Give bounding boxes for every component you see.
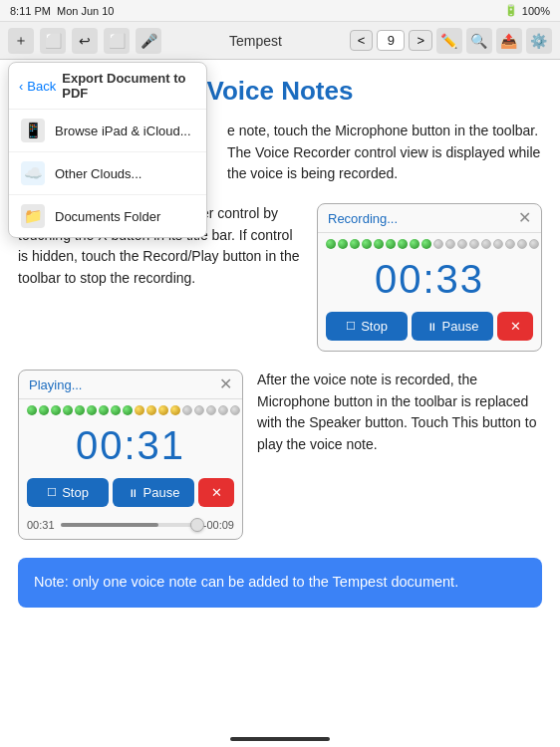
led-gray [194, 405, 204, 415]
playing-title: Playing... [29, 377, 82, 392]
dropdown-item-ipad-label: Browse iPad & iCloud... [55, 124, 191, 138]
toolbar-edit-icon[interactable]: ✏️ [436, 28, 462, 54]
led-green [350, 239, 360, 249]
led-green [398, 239, 408, 249]
playing-stop-label: Stop [62, 485, 89, 500]
playback-elapsed: 00:31 [27, 519, 55, 531]
recording-leds [318, 233, 541, 251]
playback-remaining: -00:09 [203, 519, 234, 531]
led-gray [218, 405, 228, 415]
led-yellow [170, 405, 180, 415]
led-gray [457, 239, 467, 249]
led-gray [481, 239, 491, 249]
led-gray [493, 239, 503, 249]
recording-title: Recording... [328, 211, 398, 226]
playing-stop-icon: ☐ [47, 486, 57, 499]
status-battery: 100% [522, 5, 550, 17]
recording-widget: Recording... ✕ 00:33 ☐ Stop ⏸ Pause ✕ [317, 203, 542, 352]
led-green [111, 405, 121, 415]
dropdown-header: ‹ Back Export Document to PDF [9, 63, 206, 110]
recording-timer: 00:33 [318, 251, 541, 312]
toolbar-share-icon[interactable]: ⬜ [104, 28, 130, 54]
playing-close-x-button[interactable]: ✕ [198, 478, 234, 507]
led-yellow [146, 405, 156, 415]
led-gray [505, 239, 515, 249]
playing-section: Playing... ✕ 00:31 ☐ Stop ⏸ Pause ✕ 00: [18, 370, 542, 540]
back-arrow-icon: ‹ [19, 79, 23, 94]
playing-widget: Playing... ✕ 00:31 ☐ Stop ⏸ Pause ✕ 00: [18, 370, 243, 540]
dropdown-item-folder-label: Documents Folder [55, 209, 160, 224]
led-gray [445, 239, 455, 249]
playing-timer: 00:31 [19, 417, 242, 478]
led-yellow [158, 405, 168, 415]
toolbar-undo-icon[interactable]: ↩ [72, 28, 98, 54]
toolbar-add-icon[interactable]: ＋ [8, 28, 34, 54]
recording-stop-button[interactable]: ☐ Stop [326, 312, 408, 341]
toolbar-share2-icon[interactable]: 📤 [496, 28, 522, 54]
led-green [51, 405, 61, 415]
led-gray [529, 239, 539, 249]
led-yellow [135, 405, 144, 415]
playing-pause-icon: ⏸ [128, 487, 139, 499]
dropdown-menu: ‹ Back Export Document to PDF 📱 Browse i… [8, 62, 207, 238]
toolbar-more-icon[interactable]: ⚙️ [526, 28, 552, 54]
led-green [87, 405, 97, 415]
playing-stop-button[interactable]: ☐ Stop [27, 478, 109, 507]
folder-icon: 📁 [21, 204, 45, 228]
recording-close-x-button[interactable]: ✕ [497, 312, 533, 341]
led-green [75, 405, 85, 415]
playing-leds [19, 399, 242, 417]
led-green [326, 239, 336, 249]
nav-prev-button[interactable]: < [350, 30, 374, 51]
recording-x-icon: ✕ [510, 319, 521, 334]
progress-fill [61, 523, 159, 527]
dropdown-title: Export Document to PDF [62, 71, 196, 101]
recording-controls: ☐ Stop ⏸ Pause ✕ [318, 312, 541, 351]
note-text: Note: only one voice note can be added t… [34, 574, 458, 590]
status-bar: 8:11 PM Mon Jun 10 🔋 100% [0, 0, 560, 22]
dropdown-item-cloud-label: Other Clouds... [55, 166, 141, 181]
toolbar-title: Tempest [229, 33, 282, 49]
ipad-icon: 📱 [21, 119, 45, 142]
toolbar-right: < 9 > ✏️ 🔍 📤 ⚙️ [350, 28, 552, 54]
toolbar-new-icon[interactable]: ⬜ [40, 28, 66, 54]
dropdown-item-folder[interactable]: 📁 Documents Folder [9, 195, 206, 237]
recording-pause-button[interactable]: ⏸ Pause [412, 312, 493, 341]
toolbar-mic-icon[interactable]: 🎤 [136, 28, 161, 54]
toolbar-left: ＋ ⬜ ↩ ⬜ 🎤 [8, 28, 161, 54]
led-green [39, 405, 49, 415]
progress-track[interactable] [61, 523, 197, 527]
dropdown-back-label[interactable]: Back [27, 79, 56, 94]
progress-thumb[interactable] [190, 518, 204, 532]
recording-pause-label: Pause [442, 319, 479, 334]
recording-widget-header: Recording... ✕ [318, 204, 541, 233]
dropdown-item-cloud[interactable]: ☁️ Other Clouds... [9, 152, 206, 195]
led-gray [230, 405, 240, 415]
led-green [123, 405, 133, 415]
nav-next-button[interactable]: > [409, 30, 432, 51]
recording-close-button[interactable]: ✕ [518, 210, 531, 226]
recording-stop-label: Stop [361, 319, 388, 334]
note-box: Note: only one voice note can be added t… [18, 558, 542, 608]
playing-pause-label: Pause [143, 485, 180, 500]
led-green [362, 239, 372, 249]
status-battery-icon: 🔋 [504, 4, 518, 17]
led-gray [206, 405, 216, 415]
status-left: 8:11 PM Mon Jun 10 [10, 5, 114, 17]
playing-close-button[interactable]: ✕ [219, 376, 232, 392]
led-green [410, 239, 420, 249]
led-green [374, 239, 384, 249]
dropdown-item-ipad[interactable]: 📱 Browse iPad & iCloud... [9, 110, 206, 152]
playing-text: After the voice note is recorded, the Mi… [257, 370, 542, 540]
led-gray [517, 239, 527, 249]
led-gray [242, 405, 243, 415]
led-gray [182, 405, 192, 415]
status-time: 8:11 PM [10, 5, 51, 17]
led-green [63, 405, 73, 415]
status-right: 🔋 100% [504, 4, 550, 17]
playing-pause-button[interactable]: ⏸ Pause [113, 478, 194, 507]
playing-controls: ☐ Stop ⏸ Pause ✕ [19, 478, 242, 517]
led-green [421, 239, 431, 249]
toolbar-search-icon[interactable]: 🔍 [466, 28, 492, 54]
led-green [386, 239, 396, 249]
